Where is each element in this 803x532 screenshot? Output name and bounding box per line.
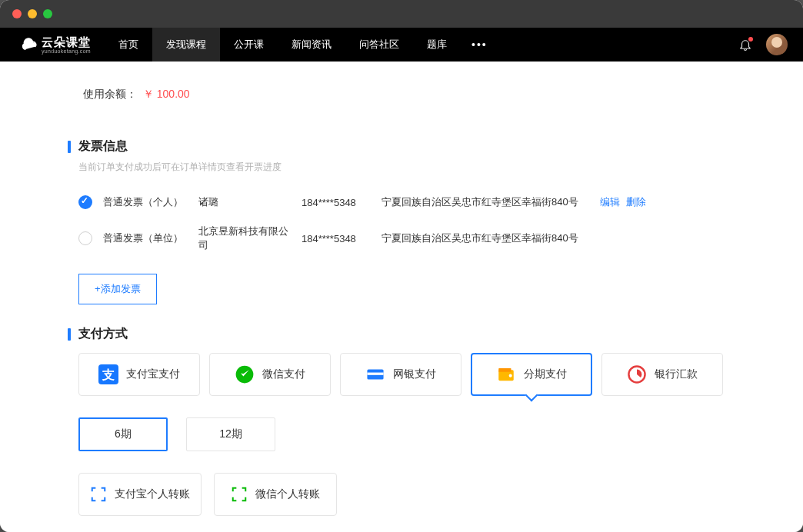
cloud-logo-icon bbox=[22, 36, 38, 53]
balance-amount: ￥ 100.00 bbox=[143, 88, 190, 100]
invoice-row[interactable]: 普通发票（个人）诸璐184****5348宁夏回族自治区吴忠市红寺堡区幸福街84… bbox=[68, 188, 735, 217]
invoice-name: 诸璐 bbox=[198, 195, 291, 209]
svg-text:支: 支 bbox=[102, 367, 115, 381]
payment-method-card[interactable]: 支支付宝支付 bbox=[78, 353, 200, 396]
payment-method-label: 银行汇款 bbox=[655, 367, 698, 381]
installment-term-card[interactable]: 6期 bbox=[78, 417, 168, 451]
scan-green-icon bbox=[231, 486, 248, 503]
nav-item[interactable]: 问答社区 bbox=[345, 28, 413, 62]
minimize-window-button[interactable] bbox=[28, 9, 37, 18]
window-titlebar bbox=[0, 0, 803, 28]
logo-subtitle: yunduoketang.com bbox=[42, 48, 91, 54]
invoice-phone: 184****5348 bbox=[302, 233, 371, 244]
svg-rect-4 bbox=[367, 373, 383, 375]
invoice-radio[interactable] bbox=[78, 195, 92, 209]
invoice-address: 宁夏回族自治区吴忠市红寺堡区幸福街840号 bbox=[382, 231, 578, 245]
balance-label: 使用余额： bbox=[83, 88, 137, 100]
invoice-actions: 编辑删除 bbox=[600, 195, 646, 209]
payment-method-label: 分期支付 bbox=[524, 367, 567, 381]
transfer-method-label: 微信个人转账 bbox=[255, 487, 320, 501]
nav-more-button[interactable]: ••• bbox=[461, 38, 498, 51]
nav-item[interactable]: 公开课 bbox=[220, 28, 278, 62]
installment-term-card[interactable]: 12期 bbox=[186, 417, 275, 451]
svg-rect-6 bbox=[498, 368, 511, 372]
page-content: 使用余额： ￥ 100.00 发票信息 当前订单支付成功后可在订单详情页查看开票… bbox=[0, 62, 803, 532]
section-title-payment: 支付方式 bbox=[68, 326, 735, 342]
transfer-method-card[interactable]: 支付宝个人转账 bbox=[78, 473, 202, 516]
payment-method-card[interactable]: 银行汇款 bbox=[601, 353, 723, 396]
site-logo[interactable]: 云朵课堂 yunduoketang.com bbox=[22, 35, 91, 54]
svg-point-7 bbox=[509, 374, 512, 377]
payment-method-label: 支付宝支付 bbox=[126, 367, 180, 381]
invoice-type: 普通发票（单位） bbox=[103, 231, 188, 245]
bankcard-icon bbox=[365, 364, 385, 384]
notification-bell-button[interactable] bbox=[738, 38, 752, 52]
invoice-phone: 184****5348 bbox=[302, 197, 371, 208]
banklogo-icon bbox=[627, 364, 647, 384]
payment-method-card[interactable]: 微信支付 bbox=[209, 353, 331, 396]
close-window-button[interactable] bbox=[12, 9, 22, 18]
invoice-name: 北京昱新科技有限公司 bbox=[198, 224, 291, 252]
invoice-edit-link[interactable]: 编辑 bbox=[600, 195, 620, 209]
payment-method-card[interactable]: 网银支付 bbox=[340, 353, 461, 396]
invoice-delete-link[interactable]: 删除 bbox=[626, 195, 646, 209]
nav-item[interactable]: 新闻资讯 bbox=[278, 28, 345, 62]
user-avatar[interactable] bbox=[766, 34, 788, 55]
balance-row: 使用余额： ￥ 100.00 bbox=[68, 62, 735, 117]
invoice-type: 普通发票（个人） bbox=[103, 195, 188, 209]
transfer-method-card[interactable]: 微信个人转账 bbox=[214, 473, 337, 516]
wallet-icon bbox=[496, 364, 516, 384]
nav-item[interactable]: 题库 bbox=[413, 28, 461, 62]
nav-item[interactable]: 首页 bbox=[105, 28, 152, 62]
scan-blue-icon bbox=[90, 486, 107, 503]
wechat-icon bbox=[235, 364, 255, 384]
transfer-method-label: 支付宝个人转账 bbox=[115, 487, 190, 501]
app-window: 云朵课堂 yunduoketang.com 首页发现课程公开课新闻资讯问答社区题… bbox=[0, 0, 803, 532]
invoice-address: 宁夏回族自治区吴忠市红寺堡区幸福街840号 bbox=[382, 195, 578, 209]
invoice-subtitle: 当前订单支付成功后可在订单详情页查看开票进度 bbox=[78, 161, 735, 174]
invoice-row[interactable]: 普通发票（单位）北京昱新科技有限公司184****5348宁夏回族自治区吴忠市红… bbox=[68, 217, 735, 260]
alipay-icon: 支 bbox=[98, 364, 118, 384]
payment-method-label: 网银支付 bbox=[393, 367, 436, 381]
payment-method-card[interactable]: 分期支付 bbox=[471, 353, 592, 396]
maximize-window-button[interactable] bbox=[43, 9, 52, 18]
notification-badge bbox=[748, 37, 753, 42]
section-title-invoice: 发票信息 bbox=[68, 138, 735, 155]
top-navigation: 云朵课堂 yunduoketang.com 首页发现课程公开课新闻资讯问答社区题… bbox=[0, 28, 803, 62]
add-invoice-button[interactable]: +添加发票 bbox=[78, 274, 157, 304]
payment-method-label: 微信支付 bbox=[262, 367, 305, 381]
invoice-radio[interactable] bbox=[78, 231, 92, 245]
nav-item[interactable]: 发现课程 bbox=[152, 28, 220, 62]
